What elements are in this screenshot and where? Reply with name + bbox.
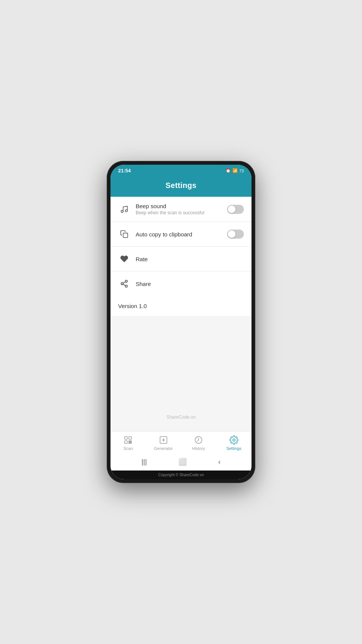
settings-nav-label: Settings bbox=[226, 446, 242, 451]
copyright-text: Copyright © ShareCode.vn bbox=[158, 473, 204, 477]
auto-copy-toggle[interactable] bbox=[227, 230, 244, 239]
version-text: Version 1.0 bbox=[111, 296, 251, 316]
status-time: 21:54 bbox=[118, 168, 131, 173]
home-button[interactable]: ⬜ bbox=[178, 458, 187, 466]
bottom-nav: Scan Generator bbox=[111, 431, 251, 454]
generator-nav-icon bbox=[159, 435, 168, 445]
svg-point-0 bbox=[121, 210, 123, 212]
settings-nav-icon bbox=[229, 435, 239, 445]
status-icons: ⏰ 📶 73 bbox=[226, 168, 244, 173]
svg-rect-9 bbox=[129, 437, 131, 439]
auto-copy-label: Auto copy to clipboard bbox=[136, 231, 227, 238]
svg-rect-13 bbox=[129, 442, 130, 443]
heart-icon bbox=[118, 253, 130, 265]
copyright-bar: Copyright © ShareCode.vn bbox=[111, 471, 251, 479]
battery-text: 73 bbox=[239, 169, 244, 173]
watermark-text: ShareCode.vn bbox=[167, 414, 196, 420]
menu-button[interactable]: ||| bbox=[141, 458, 147, 466]
svg-line-6 bbox=[123, 284, 125, 286]
nav-item-history[interactable]: History bbox=[181, 432, 216, 454]
nav-item-scan[interactable]: Scan bbox=[111, 432, 146, 454]
svg-rect-8 bbox=[125, 437, 127, 439]
content-area: Beep sound Beep when the scan is success… bbox=[111, 197, 251, 431]
nav-item-settings[interactable]: Settings bbox=[216, 432, 252, 454]
svg-rect-2 bbox=[123, 233, 128, 238]
scan-nav-icon bbox=[123, 435, 133, 445]
history-nav-label: History bbox=[192, 446, 205, 451]
app-header: Settings bbox=[111, 176, 251, 197]
rate-label: Rate bbox=[136, 256, 244, 262]
svg-rect-11 bbox=[129, 441, 130, 442]
app-title: Settings bbox=[165, 181, 196, 190]
setting-item-auto-copy[interactable]: Auto copy to clipboard bbox=[111, 222, 251, 247]
alarm-icon: ⏰ bbox=[226, 168, 231, 173]
setting-item-beep-sound[interactable]: Beep sound Beep when the scan is success… bbox=[111, 197, 251, 222]
scan-nav-label: Scan bbox=[123, 446, 133, 451]
system-nav-bar: ||| ⬜ ‹ bbox=[111, 454, 251, 471]
beep-sound-sublabel: Beep when the scan is successful bbox=[136, 210, 227, 215]
nav-item-generator[interactable]: Generator bbox=[146, 432, 181, 454]
phone-screen: 21:54 ⏰ 📶 73 Settings bbox=[111, 165, 251, 479]
auto-copy-text: Auto copy to clipboard bbox=[136, 231, 227, 238]
share-icon bbox=[118, 278, 130, 290]
music-icon bbox=[118, 203, 130, 215]
rate-text: Rate bbox=[136, 256, 244, 262]
history-nav-icon bbox=[194, 435, 203, 445]
status-bar: 21:54 ⏰ 📶 73 bbox=[111, 165, 251, 176]
copy-icon bbox=[118, 228, 130, 240]
setting-item-share[interactable]: Share bbox=[111, 271, 251, 296]
svg-point-19 bbox=[233, 439, 235, 441]
phone-frame: 21:54 ⏰ 📶 73 Settings bbox=[107, 161, 255, 483]
watermark: ShareCode.vn bbox=[111, 316, 251, 431]
generator-nav-label: Generator bbox=[154, 446, 173, 451]
signal-icon: 📶 bbox=[232, 168, 238, 173]
svg-rect-14 bbox=[130, 442, 131, 443]
svg-rect-10 bbox=[125, 441, 127, 443]
beep-sound-text: Beep sound Beep when the scan is success… bbox=[136, 203, 227, 215]
svg-point-1 bbox=[125, 209, 128, 212]
settings-list: Beep sound Beep when the scan is success… bbox=[111, 197, 251, 296]
beep-sound-toggle[interactable] bbox=[227, 205, 244, 214]
setting-item-rate[interactable]: Rate bbox=[111, 247, 251, 271]
beep-sound-label: Beep sound bbox=[136, 203, 227, 209]
back-button[interactable]: ‹ bbox=[218, 458, 221, 466]
svg-rect-12 bbox=[130, 441, 131, 442]
share-text: Share bbox=[136, 281, 244, 287]
share-label: Share bbox=[136, 281, 244, 287]
svg-line-7 bbox=[123, 282, 125, 283]
